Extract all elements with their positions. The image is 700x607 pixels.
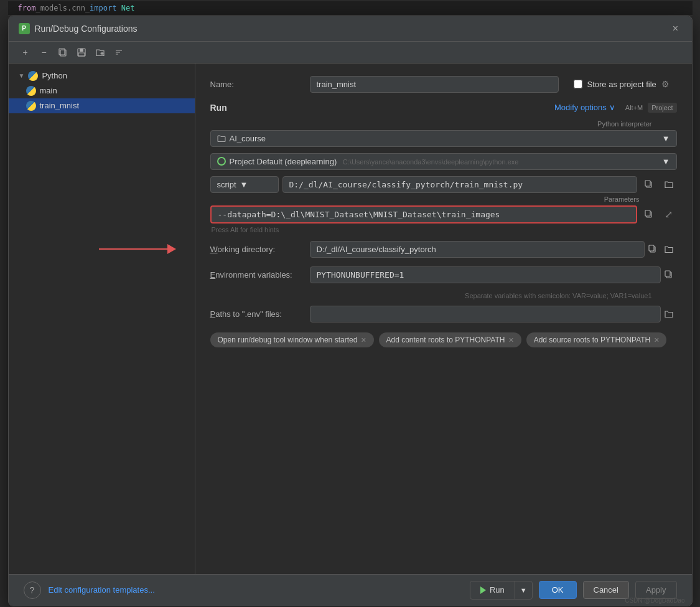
sort-button[interactable] (112, 45, 126, 59)
name-input[interactable] (310, 76, 559, 93)
svg-rect-15 (649, 245, 654, 251)
name-row: Name: Store as project file ⚙ (210, 76, 677, 93)
right-panel: Name: Store as project file ⚙ Run Modify… (195, 64, 692, 574)
toolbar: + − (9, 42, 692, 64)
title-bar: P Run/Debug Configurations × (9, 16, 692, 42)
modify-options-button[interactable]: Modify options ∨ (554, 103, 615, 112)
tag-open-window: Open run/debug tool window when started … (210, 332, 374, 347)
copy-workdir-button[interactable] (645, 241, 661, 257)
svg-rect-3 (80, 49, 83, 52)
interpreter-chevron: ▼ (662, 157, 670, 166)
paths-env-input[interactable] (310, 306, 661, 322)
run-section-title: Run (210, 103, 227, 113)
browse-script-button[interactable] (661, 176, 677, 192)
run-dropdown-button[interactable]: ▼ (515, 583, 532, 598)
code-bar: from_models.cnn_import Net (8, 1, 693, 16)
tag-label-0: Open run/debug tool window when started (218, 336, 358, 344)
tag-close-0[interactable]: × (361, 335, 366, 345)
script-path-input[interactable] (282, 176, 637, 193)
sidebar-item-python[interactable]: ▼ Python (9, 68, 195, 83)
name-label: Name: (210, 80, 310, 89)
working-dir-label: Working directory: (210, 245, 310, 254)
env-hint: Separate variables with semicolon: VAR=v… (210, 292, 652, 299)
watermark: CSDN @DogDaoDao (625, 597, 684, 604)
run-play-icon (480, 586, 486, 594)
paths-env-label: Paths to ".env" files: (210, 309, 310, 319)
parameters-label: Parameters (210, 195, 640, 203)
ok-button[interactable]: OK (539, 581, 577, 599)
run-button-label: Run (490, 585, 505, 595)
params-hint: Press Alt for field hints (212, 226, 677, 233)
bottom-bar: ? Edit configuration templates... Run ▼ … (9, 574, 692, 606)
interpreter-row: Project Default (deeplearning) C:\Users\… (210, 153, 677, 170)
interpreter-path: C:\Users\yance\anaconda3\envs\deeplearni… (343, 158, 519, 166)
help-button[interactable]: ? (24, 581, 41, 599)
python-icon (28, 71, 38, 81)
run-section-header: Run Modify options ∨ Alt+M Project (210, 103, 677, 113)
working-dir-row: Working directory: (210, 241, 677, 258)
python-icon-main (26, 86, 36, 96)
run-button-group: Run ▼ (470, 581, 533, 600)
sidebar-label-python: Python (42, 71, 67, 80)
svg-rect-17 (665, 271, 670, 276)
paths-env-row: Paths to ".env" files: (210, 306, 677, 322)
cancel-button[interactable]: Cancel (583, 581, 629, 599)
close-button[interactable]: × (670, 22, 682, 35)
sidebar: ▼ Python main train_mnist (9, 64, 195, 574)
browse-env-button[interactable] (661, 306, 677, 322)
shortcut-hint: Alt+M (625, 104, 643, 111)
env-vars-edit-button[interactable] (661, 266, 677, 283)
working-dir-input[interactable] (310, 241, 645, 258)
interpreter-section-label: Python interpreter (210, 120, 652, 128)
svg-rect-4 (78, 53, 85, 56)
parameters-row: ⤢ (210, 205, 677, 224)
save-button[interactable] (75, 45, 88, 59)
interpreter-dropdown[interactable]: Project Default (deeplearning) C:\Users\… (210, 153, 677, 170)
interpreter-status-icon (217, 157, 226, 166)
dialog-title: Run/Debug Configurations (35, 24, 138, 34)
add-button[interactable]: + (19, 45, 32, 59)
ai-course-dropdown[interactable]: AI_course ▼ (210, 130, 677, 147)
expand-params-button[interactable]: ⤢ (661, 206, 677, 222)
env-vars-row: Environment variables: (210, 266, 677, 283)
script-dropdown[interactable]: script ▼ (210, 176, 279, 193)
new-folder-button[interactable] (93, 45, 107, 59)
tag-content-roots: Add content roots to PYTHONPATH × (379, 332, 521, 347)
ai-course-label: AI_course (230, 134, 266, 143)
sidebar-item-train-mnist[interactable]: train_mnist (9, 98, 195, 113)
expand-arrow-python: ▼ (19, 72, 25, 79)
script-mode-chevron: ▼ (240, 180, 248, 189)
env-vars-label: Environment variables: (210, 270, 310, 280)
ai-course-chevron: ▼ (662, 134, 670, 143)
ai-course-row: AI_course ▼ (210, 130, 677, 147)
settings-icon: ⚙ (661, 79, 670, 89)
svg-rect-13 (645, 210, 650, 216)
copy-button[interactable] (56, 45, 70, 59)
run-button[interactable]: Run (470, 581, 515, 598)
tag-close-1[interactable]: × (508, 335, 513, 345)
tag-source-roots: Add source roots to PYTHONPATH × (526, 332, 667, 347)
script-row: script ▼ (210, 176, 677, 193)
copy-params-button[interactable] (641, 206, 657, 222)
copy-path-button[interactable] (641, 176, 657, 192)
store-project-row: Store as project file ⚙ (574, 79, 670, 89)
sidebar-item-main[interactable]: main (9, 83, 195, 98)
modify-options-label: Modify options (554, 103, 607, 112)
interpreter-label: Project Default (deeplearning) C:\Users\… (230, 157, 519, 166)
project-badge: Project (648, 103, 676, 113)
sidebar-label-main: main (40, 86, 57, 95)
browse-workdir-button[interactable] (661, 241, 677, 257)
tag-label-2: Add source roots to PYTHONPATH (534, 336, 651, 344)
script-mode-label: script (217, 180, 236, 189)
python-icon-train (26, 101, 36, 111)
svg-rect-11 (645, 181, 650, 186)
sidebar-label-train: train_mnist (40, 101, 80, 110)
parameters-input[interactable] (210, 205, 637, 224)
modify-options-chevron: ∨ (609, 103, 615, 112)
tag-close-2[interactable]: × (654, 335, 659, 345)
tags-row: Open run/debug tool window when started … (210, 332, 677, 347)
env-vars-input[interactable] (310, 266, 661, 283)
store-project-checkbox[interactable] (574, 80, 582, 88)
edit-templates-link[interactable]: Edit configuration templates... (49, 585, 155, 595)
remove-button[interactable]: − (37, 45, 51, 59)
